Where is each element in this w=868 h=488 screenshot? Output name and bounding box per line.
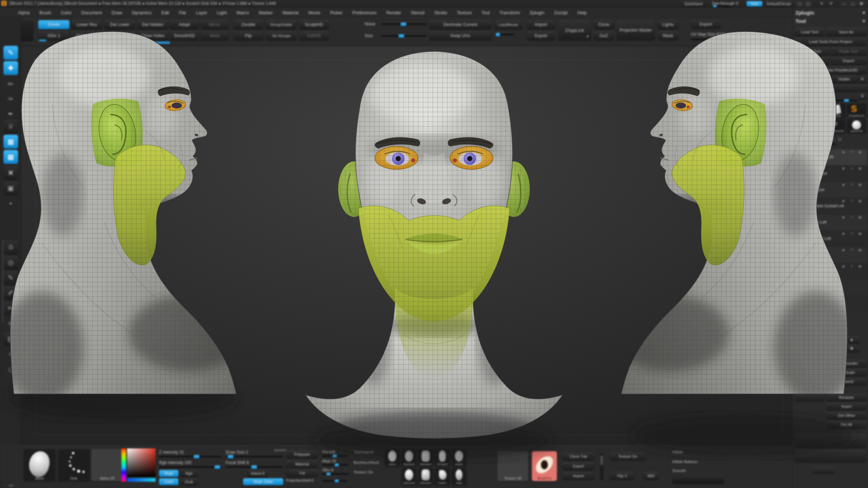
head-right-profile[interactable]: [611, 28, 858, 403]
sculpt-render[interactable]: [0, 0, 868, 488]
head-front[interactable]: [299, 49, 569, 449]
head-left-profile[interactable]: [0, 28, 247, 403]
zbrush-window: Z ZBrush 2021.7 [JamesBusty] ZBrush Docu…: [0, 0, 868, 488]
